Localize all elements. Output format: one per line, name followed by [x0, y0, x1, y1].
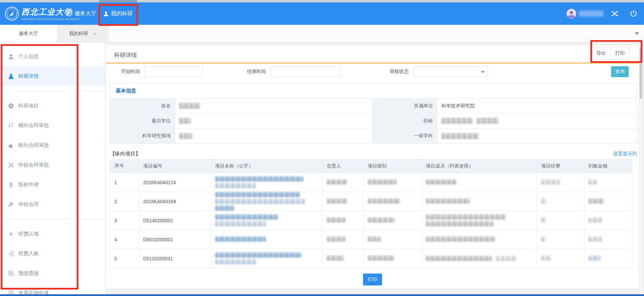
col-received-amount: 到账金额: [584, 159, 632, 173]
degree-value-redacted: [175, 114, 372, 128]
col-project-level: 项目级别: [364, 159, 422, 173]
cell-received-redacted: [584, 249, 632, 268]
sidebar-item-advance-invoice[interactable]: 预借票据: [0, 263, 105, 283]
scrollbar-thumb[interactable]: [640, 48, 642, 99]
sidebar-item-funds-posting[interactable]: 经费入账: [0, 244, 105, 263]
filter-bar: 开始时间 结束时间 审核状态 查询: [106, 64, 639, 79]
basic-info-grid: 姓名 所属单位 科学技术研究院 最后学位 职称 科学研究领域 一级学科: [110, 99, 637, 143]
cell-project-code: D5010200001: [139, 230, 211, 249]
nav-service-hall-label: 服务大厅: [75, 10, 96, 17]
nav-service-hall[interactable]: 服务大厅: [67, 2, 96, 25]
page-title: 科研详情: [114, 51, 137, 59]
user-icon: [103, 11, 109, 16]
title-label: 职称: [372, 114, 437, 128]
table-row: 5 D5110200031: [110, 249, 632, 268]
start-time-input[interactable]: [145, 66, 203, 77]
user-avatar[interactable]: [567, 9, 576, 18]
cell-received-redacted: [584, 192, 632, 211]
print-button[interactable]: 打印: [610, 47, 629, 59]
cell-members-redacted: [422, 173, 537, 192]
cell-leader-redacted: [323, 249, 364, 268]
cell-leader-redacted: [323, 173, 364, 192]
end-time-input[interactable]: [271, 66, 340, 77]
sidebar-item-outsourcing-contract-approval[interactable]: 外协合同审批: [0, 155, 105, 175]
tab-close-icon[interactable]: ×: [94, 31, 97, 36]
cell-project-code: 2018KA040169: [139, 192, 211, 211]
sidebar-item-vertical-contract-approval[interactable]: 纵向合同审批: [0, 135, 105, 155]
col-project-funds: 项目经费: [537, 159, 584, 173]
sidebar-item-label: 科研项目: [18, 103, 39, 109]
sidebar-item-research-project[interactable]: 科研项目: [0, 96, 105, 116]
cell-level-redacted: [364, 249, 422, 268]
sidebar-item-research-detail[interactable]: 科研详情: [0, 66, 105, 86]
degree-label: 最后学位: [110, 114, 175, 128]
tab-service-hall[interactable]: 服务大厅: [0, 25, 57, 42]
cell-funds-redacted: [537, 249, 584, 268]
sidebar-divider: [0, 91, 105, 91]
cell-members-redacted: [422, 230, 537, 249]
sidebar-item-label: 经费入账: [18, 250, 39, 257]
sidebar-item-outsourcing-contract[interactable]: 外协合同: [0, 194, 105, 214]
cell-level-redacted: [364, 211, 422, 230]
tab-list-dropdown-icon[interactable]: [634, 32, 639, 35]
nav-my-research[interactable]: 我的科研: [101, 2, 135, 25]
research-detail-card: 科研详情 导出 打印 开始时间 结束时间 审核状态 查询 基本信息 姓名 所属单…: [106, 45, 639, 288]
cell-project-name-redacted[interactable]: [211, 230, 323, 249]
search-button[interactable]: 查询: [611, 66, 629, 77]
cell-index: 3: [110, 211, 139, 230]
cell-project-name-redacted[interactable]: [211, 249, 323, 268]
select-caret-icon: [481, 71, 485, 73]
vertical-scrollbar[interactable]: [639, 42, 642, 296]
logout-button[interactable]: [630, 10, 637, 17]
table-row: 4 D5010200001: [110, 230, 632, 249]
cell-members-redacted: [422, 249, 537, 268]
col-project-code: 项目编号: [139, 159, 211, 173]
cell-leader-redacted: [323, 211, 364, 230]
cell-project-name-redacted[interactable]: [211, 192, 323, 211]
sidebar-item-bid-application[interactable]: 投标申请: [0, 175, 105, 194]
start-time-label: 开始时间: [121, 69, 140, 75]
footer-print-button[interactable]: 打印: [363, 274, 382, 285]
cell-index: 1: [110, 173, 139, 192]
cell-members-redacted: [422, 192, 537, 211]
avatar-person-icon: [567, 9, 576, 18]
audit-status-select[interactable]: [413, 66, 488, 77]
sidebar-item-funds-claim[interactable]: ¥ 经费认领: [0, 224, 105, 244]
user-name-redacted: [579, 11, 603, 17]
play-circle-icon: [8, 103, 14, 109]
browser-top-strip-segment: [99, 0, 137, 2]
nav-my-research-label: 我的科研: [111, 10, 133, 17]
tab-my-research[interactable]: 我的科研 ×: [57, 25, 109, 42]
audit-status-label: 审核状态: [390, 69, 409, 75]
cell-project-name-redacted[interactable]: [211, 211, 323, 230]
cell-received-redacted: [584, 173, 632, 192]
yen-icon: ¥: [8, 231, 14, 237]
vertical-projects-table: 序号 项目编号 项目名称（公开） 负责人 项目级别 项目成员（列表使用） 项目经…: [110, 159, 632, 268]
table-row: 3 D5140200001: [110, 211, 632, 230]
export-button[interactable]: 导出: [592, 47, 610, 59]
sidebar-item-horizontal-contract-approval[interactable]: 横向合同审批: [0, 116, 105, 135]
tab-bar: 服务大厅 我的科研 ×: [0, 25, 644, 42]
cell-level-redacted: [364, 192, 422, 211]
tab-service-hall-label: 服务大厅: [19, 31, 38, 37]
cell-index: 4: [110, 230, 139, 249]
cell-level-redacted: [364, 173, 422, 192]
cell-index: 5: [110, 249, 139, 268]
sidebar-divider: [0, 219, 105, 219]
set-display-columns-link[interactable]: 设置显示列: [613, 151, 637, 157]
cell-project-name-redacted[interactable]: [211, 173, 323, 192]
cell-funds-redacted: [537, 211, 584, 230]
receipt-card-icon: [8, 271, 14, 276]
col-leader: 负责人: [323, 159, 364, 173]
sidebar-item-personal-info[interactable]: 个人信息: [0, 47, 105, 66]
puzzle-icon: [8, 142, 14, 148]
field-value-redacted: [175, 128, 372, 143]
app-header: 西北工业大学 NORTHWESTERN POLYTECHNICAL UNIVER…: [0, 2, 644, 25]
cell-funds-redacted: [537, 192, 584, 211]
cell-project-code: D5110200031: [139, 249, 211, 268]
monitor-icon: [67, 11, 72, 17]
wrench-icon: [8, 202, 14, 207]
col-index: 序号: [110, 159, 139, 173]
switch-system-button[interactable]: [611, 10, 618, 17]
crossed-tools-icon: [8, 162, 14, 168]
